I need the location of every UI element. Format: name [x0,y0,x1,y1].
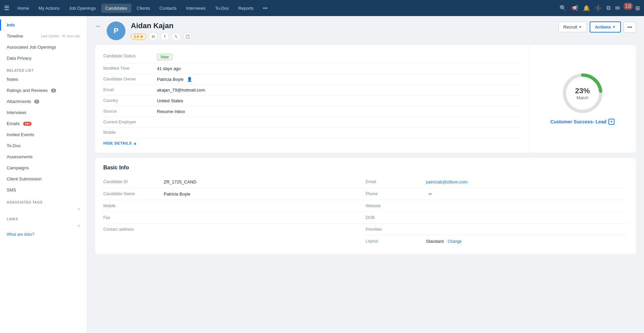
nav-todos[interactable]: To-Dos [211,4,233,13]
basic-phone-value: ✏ [426,191,628,197]
source-value: Resume Inbox [157,109,185,114]
source-row: Source Resume Inbox [103,106,521,117]
basic-email-value[interactable]: patriciab@zillum.com [426,179,628,184]
basic-info-grid: Candidate ID ZR_1725_CAND Candidate Name… [103,176,628,247]
basic-info-candidate-name-row: Candidate Name Patricia Boyle [103,188,366,200]
nav-clients[interactable]: Clients [133,4,154,13]
associated-tags-label: ASSOCIATED TAGS [0,196,87,206]
basic-info-website-row: Website [366,200,628,212]
header-actions: Recruit ▼ Actions ▼ ••• [558,21,636,33]
twitter-icon[interactable]: 𝕏 [172,32,180,41]
sidebar-item-interviews[interactable]: Interviews [0,107,87,118]
candidate-name: Aidan Kajan [131,21,553,30]
sidebar-item-sms[interactable]: SMS [0,184,87,196]
hide-details-button[interactable]: HIDE DETAILS ▲ [103,138,521,147]
sidebar-item-assessments[interactable]: Assessments [0,151,87,162]
document-icon[interactable]: 📋 [183,32,192,41]
basic-info-candidate-id-row: Candidate ID ZR_1725_CAND [103,176,366,188]
sidebar-item-associated-job-openings[interactable]: Associated Job Openings [0,42,87,53]
status-badge: New [157,54,172,60]
basic-candidate-name-value: Patricia Boyle [164,191,366,197]
country-value: United States [157,98,183,103]
sidebar-item-data-privacy[interactable]: Data Privacy [0,53,87,64]
nav-more[interactable]: ••• [259,4,272,13]
main-content: ← P Aidan Kajan 2.0 ★ in f 𝕏 📋 Recruit [87,16,644,333]
what-are-links[interactable]: What are links? [0,229,87,240]
candidate-meta: 2.0 ★ in f 𝕏 📋 [131,32,553,41]
megaphone-icon[interactable]: 📢 [571,5,578,12]
actions-button[interactable]: Actions ▼ [590,21,621,33]
mail-badge: 18 [624,3,633,10]
plus-icon[interactable]: ➕ [595,5,602,12]
modified-time-row: Modified Time 41 days ago [103,63,521,74]
links-label: LINKS [0,212,87,222]
candidate-id-value: ZR_1725_CAND [164,179,366,184]
app-body: Info Timeline Last Update : 41 days ago … [0,16,644,333]
candidate-header: ← P Aidan Kajan 2.0 ★ in f 𝕏 📋 Recruit [87,16,644,41]
basic-layout-value: Standard Change [426,239,628,244]
basic-info-title: Basic Info [103,165,628,171]
add-link-icon[interactable]: + [77,223,80,228]
timeline-last-update: Last Update : 41 days ago [41,34,80,38]
basic-info-phone-row: Phone ✏ [366,188,628,200]
nav-candidates[interactable]: Candidates [101,4,131,13]
match-circle: 23% Match [562,73,603,113]
back-button[interactable]: ← [95,23,101,30]
mail-icon[interactable]: ✉ 18 [615,5,631,12]
menu-icon[interactable]: ☰ [4,4,9,12]
nav-contacts[interactable]: Contacts [155,4,180,13]
recruit-button[interactable]: Recruit ▼ [558,22,587,32]
nav-home[interactable]: Home [13,4,33,13]
basic-info-contact-address-row: Contact address [103,224,366,235]
sidebar-item-emails[interactable]: Emails 10+ [0,118,87,129]
modified-time-value: 41 days ago [157,66,181,71]
detail-grid: Candidate Status New Modified Time 41 da… [95,45,636,153]
add-tag-icon[interactable]: + [77,206,80,212]
candidate-owner-value: Patricia Boyle 👤 [157,77,192,82]
sidebar-item-ratings-reviews[interactable]: Ratings and Reviews 1 [0,85,87,96]
sidebar-item-notes[interactable]: Notes [0,74,87,85]
owner-person-icon: 👤 [187,77,192,82]
nav-job-openings[interactable]: Job Openings [65,4,100,13]
sidebar-item-invited-events[interactable]: Invited Events [0,129,87,140]
detail-section: Candidate Status New Modified Time 41 da… [87,41,644,153]
sidebar-item-timeline[interactable]: Timeline Last Update : 41 days ago [0,31,87,42]
emails-badge: 10+ [23,122,32,126]
facebook-icon[interactable]: f [160,32,169,41]
sidebar-item-info[interactable]: Info [0,19,87,31]
actions-chevron-icon: ▼ [612,25,615,29]
match-percent-text: 23% Match [575,86,590,100]
sidebar: Info Timeline Last Update : 41 days ago … [0,16,87,333]
attachments-badge: 1 [34,100,39,104]
more-options-button[interactable]: ••• [624,22,636,33]
sidebar-item-todos[interactable]: To-Dos [0,140,87,151]
match-label: Match [575,95,590,100]
sidebar-item-campaigns[interactable]: Campaigns [0,162,87,173]
search-icon[interactable]: 🔍 [559,5,567,12]
window-icon[interactable]: ⧉ [606,5,610,11]
chevron-up-icon: ▲ [133,141,137,145]
basic-info-priorities-row: Priorities [366,224,628,235]
basic-info-right: Email patriciab@zillum.com Phone ✏ Websi… [366,176,628,247]
basic-info-layout-row: Layout Standard Change [366,235,628,247]
sidebar-item-client-submission[interactable]: Client Submission [0,173,87,184]
bell-icon[interactable]: 🔔 [583,5,590,12]
nav-reports[interactable]: Reports [234,4,258,13]
grid-icon[interactable]: ⊞ [635,5,640,12]
associated-tags-add: + [0,206,87,212]
candidate-owner-row: Candidate Owner Patricia Boyle 👤 [103,74,521,85]
linkedin-icon[interactable]: in [149,32,158,41]
rating-badge: 2.0 ★ [131,34,146,40]
recruit-chevron-icon: ▼ [579,25,582,29]
basic-info-left: Candidate ID ZR_1725_CAND Candidate Name… [103,176,366,247]
match-job-link[interactable]: Customer Success- Lead + [550,119,614,125]
edit-phone-icon[interactable]: ✏ [429,191,432,197]
basic-info-mobile-row: Mobile [103,200,366,212]
nav-interviews[interactable]: Interviews [182,4,210,13]
basic-info-fax-row: Fax [103,212,366,224]
nav-icon-group: 🔍 📢 🔔 ➕ ⧉ ✉ 18 ⊞ [559,5,640,12]
sidebar-item-attachments[interactable]: Attachments 1 [0,96,87,107]
change-layout-link[interactable]: Change [447,239,462,244]
detail-fields: Candidate Status New Modified Time 41 da… [95,45,529,153]
nav-my-actions[interactable]: My Actions [35,4,64,13]
